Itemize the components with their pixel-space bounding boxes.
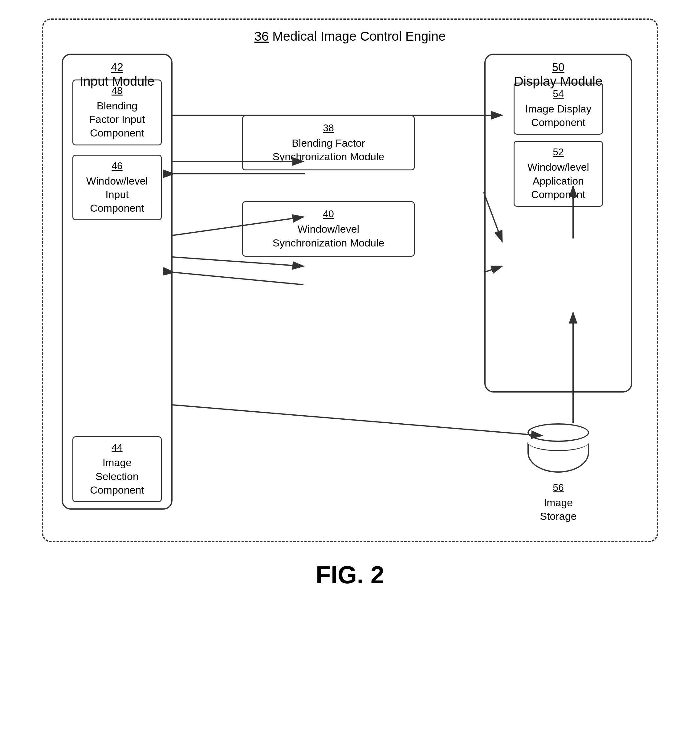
display-module-num: 50	[552, 61, 565, 74]
comp-54-title: Image DisplayComponent	[525, 103, 591, 128]
storage-num: 56	[540, 482, 576, 493]
comp-46-num: 46	[78, 160, 156, 172]
main-layout: 42 Input Module 48 BlendingFactor InputC…	[62, 54, 632, 523]
cylinder-label: 56 ImageStorage	[540, 482, 576, 523]
sync-40-num: 40	[249, 208, 407, 220]
comp-54-num: 54	[519, 88, 597, 100]
outer-box-label: 36 Medical Image Control Engine	[254, 29, 446, 44]
cylinder	[528, 423, 589, 479]
outer-title: Medical Image Control Engine	[272, 29, 446, 43]
window-level-app-box: 52 Window/levelApplicationComponent	[513, 141, 603, 207]
display-module-title: Display Module	[514, 74, 602, 89]
right-column: 50 Display Module 54 Image DisplayCompon…	[484, 54, 632, 523]
comp-52-title: Window/levelApplicationComponent	[528, 161, 589, 200]
image-storage-wrapper: 56 ImageStorage	[528, 423, 589, 523]
comp-44-num: 44	[78, 442, 156, 453]
input-module-label: 42 Input Module	[80, 61, 155, 89]
figure-label: FIG. 2	[316, 561, 384, 589]
input-module-box: 42 Input Module 48 BlendingFactor InputC…	[62, 54, 172, 509]
window-sync-box: 40 Window/levelSynchronization Module	[242, 201, 415, 256]
input-module-num: 42	[111, 61, 123, 74]
diagram-area: 36 Medical Image Control Engine 42 Input…	[26, 19, 674, 714]
middle-column: 38 Blending FactorSynchronization Module…	[239, 115, 418, 257]
window-level-input-box: 46 Window/levelInputComponent	[72, 155, 162, 221]
comp-52-num: 52	[519, 146, 597, 158]
blending-sync-box: 38 Blending FactorSynchronization Module	[242, 115, 415, 171]
comp-44-title: ImageSelectionComponent	[90, 456, 144, 495]
sync-38-title: Blending FactorSynchronization Module	[273, 137, 384, 162]
image-selection-box: 44 ImageSelectionComponent	[72, 436, 162, 502]
comp-46-title: Window/levelInputComponent	[86, 175, 148, 214]
sync-38-num: 38	[249, 122, 407, 134]
display-module-box: 50 Display Module 54 Image DisplayCompon…	[484, 54, 632, 393]
input-module-title: Input Module	[80, 74, 155, 89]
cylinder-top-ellipse	[528, 423, 589, 442]
outer-box: 36 Medical Image Control Engine 42 Input…	[42, 19, 658, 542]
display-module-label: 50 Display Module	[514, 61, 602, 89]
image-display-box: 54 Image DisplayComponent	[513, 82, 603, 135]
comp-48-title: BlendingFactor InputComponent	[89, 100, 145, 139]
storage-title: ImageStorage	[540, 497, 576, 522]
outer-num: 36	[254, 29, 269, 43]
sync-40-title: Window/levelSynchronization Module	[273, 223, 384, 248]
blending-factor-input-box: 48 BlendingFactor InputComponent	[72, 79, 162, 146]
